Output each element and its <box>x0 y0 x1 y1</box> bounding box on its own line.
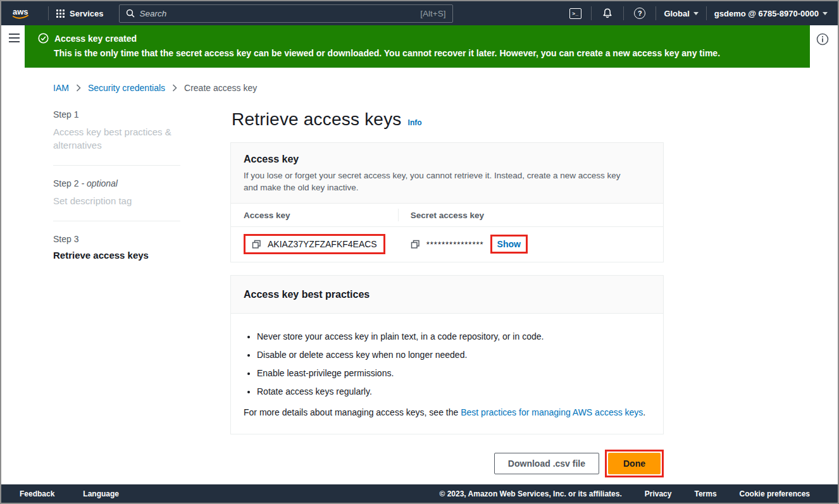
step-2-kicker: Step 2 - optional <box>53 178 187 188</box>
wizard-steps-sidebar: Step 1 Access key best practices & alter… <box>53 108 187 477</box>
info-icon <box>816 33 829 46</box>
access-key-value: AKIAZ37YZFZAFKF4EACS <box>268 239 377 249</box>
chevron-down-icon <box>823 12 828 15</box>
step-1-title: Access key best practices & alternatives <box>53 125 187 152</box>
copy-secret-key-button[interactable] <box>411 240 420 249</box>
list-item: Never store your access key in plain tex… <box>257 331 650 341</box>
best-practices-card-header: Access key best practices <box>231 276 663 314</box>
best-practices-link[interactable]: Best practices for managing AWS access k… <box>461 407 643 417</box>
aws-console-window: aws Services Search [Alt+S] >_ <box>0 0 839 504</box>
actions-row: Download .csv file Done <box>230 450 664 477</box>
terms-link[interactable]: Terms <box>694 489 716 498</box>
search-placeholder: Search <box>140 9 167 18</box>
best-practices-card-title: Access key best practices <box>244 289 650 300</box>
step-divider <box>53 221 180 221</box>
nav-divider <box>48 6 49 20</box>
best-practices-content: Never store your access key in plain tex… <box>231 314 663 434</box>
language-link[interactable]: Language <box>83 489 119 498</box>
cloudshell-icon: >_ <box>569 8 581 19</box>
table-row: AKIAZ37YZFZAFKF4EACS <box>231 227 663 262</box>
bell-icon <box>602 8 613 19</box>
help-icon: ? <box>634 8 645 19</box>
access-key-card-description: If you lose or forget your secret access… <box>244 169 636 194</box>
help-button[interactable]: ? <box>631 8 648 19</box>
services-menu-button[interactable]: Services <box>56 9 104 18</box>
nav-right-cluster: >_ ? Global gsdemo @ 6785-8970-0000 <box>567 6 828 20</box>
done-button[interactable]: Done <box>608 453 661 474</box>
notifications-button[interactable] <box>599 8 616 19</box>
secret-key-masked-value: *************** <box>426 240 484 249</box>
svg-text:aws: aws <box>13 7 28 16</box>
wizard-step-2: Step 2 - optional Set description tag <box>53 177 187 210</box>
banner-message: This is the only time that the secret ac… <box>54 48 795 58</box>
main-content: Retrieve access keys Info Access key If … <box>230 108 664 477</box>
annotation-box-show: Show <box>490 235 528 254</box>
access-key-card-header: Access key If you lose or forget your se… <box>231 143 663 204</box>
breadcrumb-chevron-icon <box>76 84 81 92</box>
aws-logo-icon: aws <box>10 6 33 21</box>
search-input[interactable]: Search [Alt+S] <box>119 4 453 23</box>
footer: Feedback Language © 2023, Amazon Web Ser… <box>1 484 838 503</box>
annotation-box-access-key: AKIAZ37YZFZAFKF4EACS <box>244 234 385 254</box>
page-body: Access key created This is the only time… <box>1 25 838 484</box>
access-key-card-title: Access key <box>244 154 650 165</box>
region-label: Global <box>664 9 689 18</box>
page-title: Retrieve access keys <box>232 109 402 130</box>
best-practices-list: Never store your access key in plain tex… <box>244 331 650 396</box>
copyright-text: © 2023, Amazon Web Services, Inc. or its… <box>439 489 621 498</box>
list-item: Enable least-privilege permissions. <box>257 368 650 378</box>
access-key-card: Access key If you lose or forget your se… <box>230 142 664 262</box>
breadcrumb-iam-link[interactable]: IAM <box>53 83 69 93</box>
account-label: gsdemo @ 6785-8970-0000 <box>714 9 819 18</box>
account-menu-button[interactable]: gsdemo @ 6785-8970-0000 <box>714 9 828 18</box>
copy-access-key-button[interactable] <box>252 240 261 249</box>
list-item: Disable or delete access key when no lon… <box>257 350 650 360</box>
step-3-kicker: Step 3 <box>53 234 187 244</box>
step-divider <box>53 165 180 166</box>
step-3-title: Retrieve access keys <box>53 250 187 261</box>
check-circle-icon <box>38 33 49 44</box>
search-icon <box>126 9 135 18</box>
breadcrumb-security-credentials-link[interactable]: Security credentials <box>88 83 165 93</box>
services-label: Services <box>70 9 104 18</box>
breadcrumb-current-page: Create access key <box>184 83 257 93</box>
region-selector[interactable]: Global <box>664 9 698 18</box>
info-panel-button[interactable] <box>816 33 829 48</box>
access-key-table: Access key Secret access key <box>231 204 663 262</box>
download-csv-button[interactable]: Download .csv file <box>494 453 599 474</box>
best-practices-card: Access key best practices Never store yo… <box>230 275 664 434</box>
top-navigation-bar: aws Services Search [Alt+S] >_ <box>1 1 838 25</box>
step-1-kicker: Step 1 <box>53 109 187 120</box>
column-header-secret-access-key: Secret access key <box>398 204 663 227</box>
annotation-box-done: Done <box>605 450 664 477</box>
banner-title: Access key created <box>54 34 137 44</box>
success-banner: Access key created This is the only time… <box>25 25 810 68</box>
privacy-link[interactable]: Privacy <box>645 489 672 498</box>
step-2-optional-suffix: - optional <box>81 178 118 188</box>
column-header-access-key: Access key <box>231 204 398 227</box>
feedback-link[interactable]: Feedback <box>20 489 54 498</box>
info-link[interactable]: Info <box>408 118 422 127</box>
best-practices-footer: For more details about managing access k… <box>244 407 650 417</box>
copy-icon <box>411 240 420 249</box>
list-item: Rotate access keys regularly. <box>257 386 650 396</box>
breadcrumb-chevron-icon <box>172 84 177 92</box>
copy-icon <box>252 240 261 249</box>
services-grid-icon <box>56 9 65 18</box>
hamburger-menu-button[interactable] <box>9 34 20 42</box>
search-shortcut-hint: [Alt+S] <box>420 9 445 18</box>
cloudshell-button[interactable]: >_ <box>567 8 583 19</box>
aws-logo[interactable]: aws <box>10 6 33 21</box>
wizard-step-3: Step 3 Retrieve access keys <box>53 233 187 263</box>
step-2-title: Set description tag <box>53 194 187 207</box>
chevron-down-icon <box>693 12 699 15</box>
wizard-step-1: Step 1 Access key best practices & alter… <box>53 108 187 154</box>
cookie-preferences-link[interactable]: Cookie preferences <box>740 489 810 498</box>
show-secret-key-link[interactable]: Show <box>497 239 521 249</box>
breadcrumb: IAM Security credentials Create access k… <box>53 83 838 93</box>
